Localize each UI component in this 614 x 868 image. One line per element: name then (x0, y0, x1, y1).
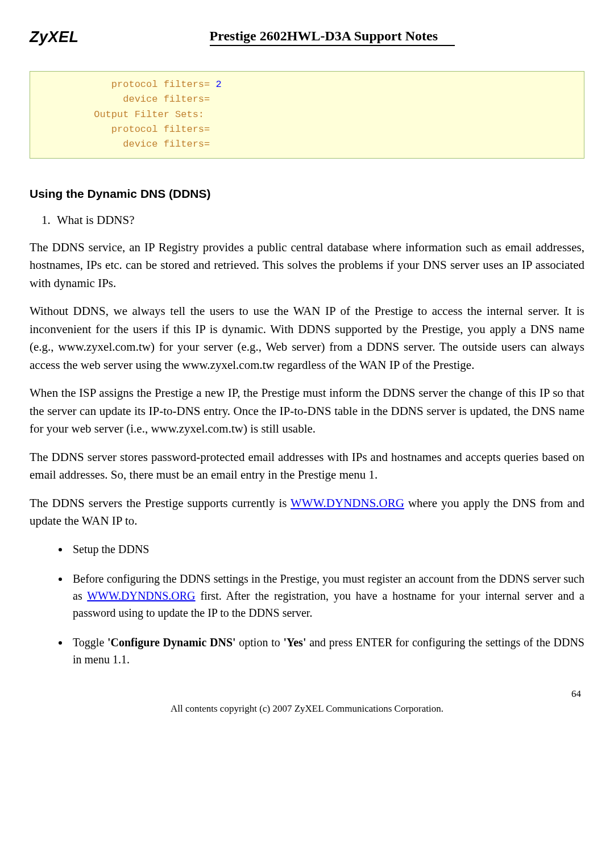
paragraph: The DDNS service, an IP Registry provide… (30, 239, 584, 293)
code-text: protocol filters= (30, 79, 215, 90)
code-line: protocol filters= 2 (30, 77, 584, 92)
page-number: 64 (30, 688, 584, 700)
title-wrap: Prestige 2602HWL-D3A Support Notes (79, 28, 584, 46)
bold-text: 'Configure Dynamic DNS' (107, 636, 236, 649)
text: option to (236, 636, 284, 649)
doc-title: Prestige 2602HWL-D3A Support Notes (210, 28, 455, 46)
bullet-list: Before configuring the DDNS settings in … (69, 570, 584, 668)
dyndns-link[interactable]: WWW.DYNDNS.ORG (87, 589, 195, 602)
paragraph: Without DDNS, we always tell the users t… (30, 302, 584, 374)
numbered-list: What is DDNS? (53, 213, 584, 227)
copyright: All contents copyright (c) 2007 ZyXEL Co… (30, 703, 584, 715)
code-block: protocol filters= 2 device filters= Outp… (30, 71, 584, 159)
code-line: device filters= (30, 137, 584, 152)
list-item: Before configuring the DDNS settings in … (69, 570, 584, 621)
paragraph: The DDNS servers the Prestige supports c… (30, 495, 584, 530)
code-line: device filters= (30, 92, 584, 107)
text: The DDNS servers the Prestige supports c… (30, 496, 291, 510)
code-line: Output Filter Sets: (30, 107, 584, 122)
code-line: protocol filters= (30, 122, 584, 137)
list-item: Toggle 'Configure Dynamic DNS' option to… (69, 634, 584, 668)
dyndns-link[interactable]: WWW.DYNDNS.ORG (291, 496, 404, 510)
paragraph: The DDNS server stores password-protecte… (30, 448, 584, 484)
paragraph: When the ISP assigns the Prestige a new … (30, 384, 584, 438)
logo: ZyXEL (30, 28, 79, 46)
bullet-list: Setup the DDNS (69, 541, 584, 558)
section-heading: Using the Dynamic DNS (DDNS) (30, 187, 584, 201)
text: Toggle (73, 636, 107, 649)
code-number: 2 (215, 79, 221, 90)
list-item: Setup the DDNS (69, 541, 584, 558)
bold-text: 'Yes' (283, 636, 306, 649)
list-item: What is DDNS? (53, 213, 584, 227)
page-header: ZyXEL Prestige 2602HWL-D3A Support Notes (30, 28, 584, 46)
